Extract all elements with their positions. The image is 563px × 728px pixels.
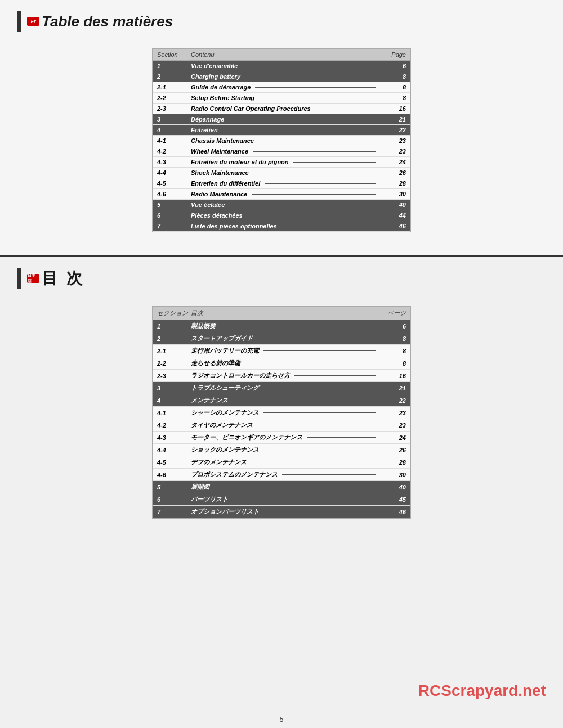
row-section: 2-2 [157, 360, 191, 367]
row-content: タイヤのメンテナンス [191, 421, 378, 429]
row-section: 4-4 [157, 447, 191, 453]
table-row: 2スタートアップガイド8 [153, 332, 410, 345]
table-row: 4-5Entretien du différentiel28 [153, 178, 410, 189]
table-row: 2-3ラジオコントロールカーの走らせ方16 [153, 370, 410, 382]
row-section: 5 [157, 201, 191, 208]
row-section: 4-5 [157, 180, 191, 187]
dot-line [307, 437, 376, 438]
row-section: 4 [157, 127, 191, 133]
fr-toc-header: Section Contenu Page [153, 49, 410, 61]
row-page: 21 [378, 116, 406, 123]
row-content-text: デフのメンテナンス [191, 458, 247, 466]
dot-line [251, 462, 376, 462]
fr-flag: Fr [27, 17, 39, 26]
row-page: 40 [378, 484, 406, 491]
dot-line [282, 474, 376, 475]
row-page: 23 [378, 148, 406, 155]
row-content: モーター、ピニオンギアのメンテナンス [191, 433, 378, 442]
row-section: 2-3 [157, 105, 191, 112]
row-content: スタートアップガイド [191, 334, 378, 343]
dot-line [263, 450, 376, 450]
row-page: 16 [378, 372, 406, 379]
dot-line [255, 87, 376, 88]
table-row: 4Entretien22 [153, 125, 410, 136]
fr-title-row: Fr Table des matières [17, 11, 546, 32]
row-content-text: Wheel Maintenance [191, 148, 248, 155]
dot-line [257, 425, 376, 425]
table-row: 4メンテナンス22 [153, 394, 410, 407]
table-row: 4-4Shock Maintenance26 [153, 168, 410, 178]
row-section: 4-6 [157, 471, 191, 478]
table-row: 2Charging battery8 [153, 71, 410, 82]
row-page: 45 [378, 496, 406, 503]
row-page: 8 [378, 73, 406, 80]
row-page: 6 [378, 323, 406, 330]
row-section: 2 [157, 335, 191, 342]
row-section: 4-2 [157, 148, 191, 155]
row-content-text: Guide de démarrage [191, 84, 251, 91]
dot-line [253, 151, 376, 152]
title-bar-fr [17, 11, 21, 32]
jp-col-section-label: セクション [157, 309, 191, 317]
dot-line [263, 412, 376, 413]
dot-line [265, 183, 376, 184]
row-content-text: タイヤのメンテナンス [191, 421, 253, 429]
row-page: 46 [378, 509, 406, 515]
row-content-text: Entretien du moteur et du pignon [191, 159, 289, 165]
dot-line [294, 375, 376, 376]
row-section: 2-1 [157, 84, 191, 91]
row-section: 4-3 [157, 434, 191, 441]
row-content-text: 走行用バッテリーの充電 [191, 347, 259, 355]
fr-title: Table des matières [42, 13, 173, 30]
table-row: 2-2走らせる前の準備8 [153, 357, 410, 370]
row-page: 40 [378, 201, 406, 208]
row-content: Entretien [191, 127, 378, 133]
table-row: 1製品概要6 [153, 320, 410, 332]
row-section: 2 [157, 73, 191, 80]
row-content: Pièces détachées [191, 212, 378, 219]
row-section: 5 [157, 484, 191, 491]
fr-toc-rows: 1Vue d'ensemble62Charging battery82-1Gui… [153, 61, 410, 232]
row-content: Vue d'ensemble [191, 62, 378, 69]
table-row: 4-4ショックのメンテナンス26 [153, 444, 410, 456]
table-row: 4-2Wheel Maintenance23 [153, 146, 410, 157]
table-row: 6パーツリスト45 [153, 493, 410, 506]
row-content: Dépannage [191, 116, 378, 123]
col-section-label: Section [157, 51, 191, 58]
page-number: 5 [0, 711, 563, 728]
row-content-text: Shock Maintenance [191, 169, 249, 176]
row-page: 24 [378, 159, 406, 165]
row-content-text: ショックのメンテナンス [191, 446, 259, 454]
row-content: 展開図 [191, 483, 378, 491]
row-page: 44 [378, 212, 406, 219]
row-content-text: Entretien du différentiel [191, 180, 260, 187]
row-section: 6 [157, 212, 191, 219]
row-page: 8 [378, 95, 406, 101]
row-content: 製品概要 [191, 322, 378, 330]
table-row: 4-6Radio Maintenance30 [153, 189, 410, 200]
row-content: Shock Maintenance [191, 169, 378, 176]
row-content: Radio Control Car Operating Procedures [191, 105, 378, 112]
row-content: Radio Maintenance [191, 191, 378, 197]
table-row: 4-5デフのメンテナンス28 [153, 456, 410, 469]
jp-title: 目 次 [42, 268, 84, 289]
row-page: 8 [378, 84, 406, 91]
row-content: ラジオコントロールカーの走らせ方 [191, 371, 378, 380]
table-row: 5Vue éclatée40 [153, 200, 410, 210]
jp-toc-rows: 1製品概要62スタートアップガイド82-1走行用バッテリーの充電82-2走らせる… [153, 320, 410, 518]
row-content: シャーシのメンテナンス [191, 408, 378, 417]
row-content: パーツリスト [191, 495, 378, 504]
jp-toc-header: セクション 目次 ページ [153, 307, 410, 320]
dot-line [252, 194, 376, 195]
row-section: 4-6 [157, 191, 191, 197]
dot-line [245, 363, 376, 363]
row-content: Setup Before Starting [191, 95, 378, 101]
row-page: 30 [378, 471, 406, 478]
table-row: 4-1シャーシのメンテナンス23 [153, 407, 410, 419]
dot-line [253, 173, 376, 173]
row-content: Entretien du différentiel [191, 180, 378, 187]
row-section: 4-5 [157, 459, 191, 466]
row-section: 2-2 [157, 95, 191, 101]
table-row: 4-1Chassis Maintenance23 [153, 136, 410, 146]
row-section: 6 [157, 496, 191, 503]
